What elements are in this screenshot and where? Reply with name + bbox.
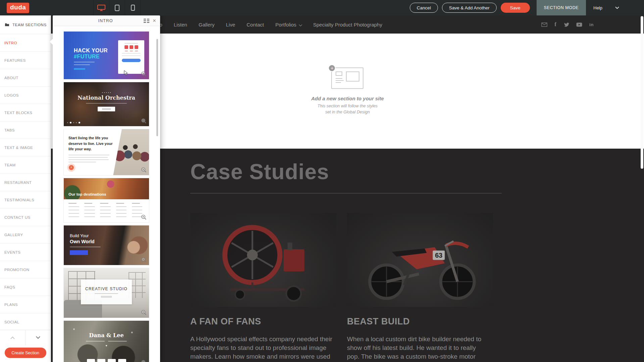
site-nav-links: io Listen Gallery Live Contact Portfolio…: [158, 22, 382, 28]
tablet-preview-button[interactable]: [109, 0, 125, 15]
sidebar-item-label: CONTACT US: [4, 215, 31, 219]
sidebar-item-label: TABS: [4, 128, 15, 132]
panel-scrollbar[interactable]: [156, 39, 158, 136]
sidebar-item[interactable]: TABS: [0, 121, 51, 139]
sidebar-item-label: TEXT & IMAGE: [4, 146, 33, 150]
cancel-button[interactable]: Cancel: [410, 3, 438, 13]
sidebar-item-label: GALLERY: [4, 233, 23, 237]
zoom-icon[interactable]: [141, 167, 147, 173]
section-template-hack-your-future[interactable]: HACK YOUR #FUTURE: [64, 32, 149, 79]
save-button[interactable]: Save: [501, 3, 530, 13]
zoom-icon[interactable]: [141, 257, 147, 263]
facebook-icon[interactable]: f: [554, 21, 556, 28]
section-template-creative-studio[interactable]: CREATIVE STUDIO: [64, 268, 149, 318]
zoom-icon[interactable]: [141, 360, 147, 362]
add-section-icon: +: [331, 67, 363, 89]
section-template-list: HACK YOUR #FUTURE Na: [53, 26, 160, 362]
tablet-icon: [115, 5, 119, 11]
case-study-text: A Hollywood special effects company need…: [190, 335, 333, 362]
site-nav-link[interactable]: Portfolios: [275, 22, 302, 28]
arrow-button-icon: +: [69, 165, 74, 170]
desktop-icon: [97, 4, 106, 11]
linkedin-icon[interactable]: in: [589, 22, 594, 27]
sections-sidebar: TEAM SECTIONS INTRO FEATURES ABOUT LOGOS…: [0, 15, 51, 362]
sidebar-item[interactable]: FAQS: [0, 278, 51, 296]
sidebar-item[interactable]: RESTAURANT: [0, 174, 51, 191]
case-study-text: When a local custom dirt bike builder ne…: [347, 335, 490, 362]
case-study-image-fan: [190, 213, 336, 307]
mobile-preview-button[interactable]: [125, 0, 141, 15]
desktop-preview-button[interactable]: [93, 0, 109, 15]
zoom-icon[interactable]: [141, 71, 147, 77]
site-nav-link[interactable]: Contact: [247, 22, 264, 28]
save-add-another-button[interactable]: Save & Add Another: [442, 3, 497, 13]
template-hero-text: National Orchestra: [64, 82, 149, 126]
sidebar-item[interactable]: LOGOS: [0, 87, 51, 104]
divider: [190, 193, 502, 194]
device-preview-switcher: [93, 0, 141, 15]
zoom-icon[interactable]: [141, 214, 147, 220]
site-nav-link[interactable]: Listen: [174, 22, 187, 28]
sidebar-item-label: TEXT BLOCKS: [4, 111, 32, 115]
youtube-icon[interactable]: [576, 22, 582, 27]
help-menu[interactable]: Help: [593, 5, 602, 10]
sidebar-item-label: PLANS: [4, 303, 18, 307]
case-studies-title: Case Studies: [190, 159, 644, 184]
site-nav-link[interactable]: Gallery: [199, 22, 215, 28]
sidebar-item[interactable]: TESTIMONIALS: [0, 191, 51, 209]
sidebar-item-label: PROMOTION: [4, 268, 30, 272]
sidebar-item[interactable]: TEXT & IMAGE: [0, 139, 51, 156]
zoom-icon[interactable]: [141, 118, 147, 124]
sidebar-item[interactable]: EVENTS: [0, 244, 51, 261]
sidebar-item[interactable]: SOCIAL: [0, 313, 51, 330]
sidebar-item[interactable]: ABOUT: [0, 69, 51, 87]
section-mode-badge: SECTION MODE: [537, 0, 586, 15]
countdown-form-card: [118, 40, 144, 74]
template-hero-text: HACK YOUR #FUTURE: [74, 48, 108, 70]
sidebar-header-label: TEAM SECTIONS: [12, 23, 47, 27]
section-template-top-destinations[interactable]: Our top destinations: [64, 178, 149, 222]
sidebar-item[interactable]: GALLERY: [0, 226, 51, 244]
mobile-icon: [131, 5, 135, 11]
street-photo: Our top destinations: [64, 178, 149, 199]
section-template-start-living[interactable]: Start living the life you deserve to liv…: [64, 129, 149, 175]
intro-sections-panel: INTRO × HACK YOUR #FUTURE: [53, 15, 160, 362]
sidebar-item[interactable]: FEATURES: [0, 52, 51, 69]
scroll-down-button[interactable]: [25, 330, 51, 345]
case-study-heading: BEAST BUILD: [347, 316, 493, 327]
cursor-icon: [123, 70, 128, 76]
list-view-icon[interactable]: [144, 19, 149, 23]
sidebar-footer: Create Section: [0, 330, 51, 362]
scrollbar-thumb[interactable]: [641, 16, 643, 169]
section-template-build-your-own-world[interactable]: Build Your Own World: [64, 225, 149, 265]
sidebar-item[interactable]: PROMOTION: [0, 261, 51, 278]
zoom-icon[interactable]: [141, 310, 147, 315]
sidebar-item[interactable]: TEAM: [0, 156, 51, 174]
add-section-placeholder[interactable]: + Add a new section to your site This se…: [311, 67, 384, 115]
add-section-subtitle-line2: set in the Global Design: [325, 110, 370, 115]
add-section-subtitle-line1: This section will follow the styles: [317, 104, 378, 109]
sidebar-item[interactable]: TEXT BLOCKS: [0, 104, 51, 121]
close-icon[interactable]: ×: [153, 18, 156, 23]
chevron-down-icon: [36, 334, 40, 339]
duda-logo[interactable]: duda: [7, 3, 29, 13]
email-icon[interactable]: [541, 22, 547, 27]
case-study-card-bike: 63 BEAST BUILD When a local custom dirt …: [347, 213, 493, 362]
site-nav-link[interactable]: Specialty Product Photography: [313, 22, 382, 28]
twitter-icon[interactable]: [563, 22, 569, 27]
create-section-button[interactable]: Create Section: [5, 348, 46, 358]
sidebar-item[interactable]: PLANS: [0, 296, 51, 313]
section-template-national-orchestra[interactable]: National Orchestra: [64, 82, 149, 126]
template-heading: Start living the life you deserve to liv…: [68, 135, 113, 152]
page-scrollbar[interactable]: [641, 16, 643, 361]
plus-icon: +: [328, 64, 336, 72]
template-hero-text: Dana & Lee ♥: [64, 321, 149, 362]
site-nav-link[interactable]: Live: [226, 22, 235, 28]
dirt-bike-art: 63: [347, 213, 493, 307]
scroll-up-button[interactable]: [0, 330, 25, 345]
sidebar-item[interactable]: CONTACT US: [0, 209, 51, 226]
section-template-dana-and-lee[interactable]: Dana & Lee ♥: [64, 321, 149, 362]
chevron-down-icon[interactable]: [615, 6, 619, 9]
panel-title: INTRO: [53, 18, 144, 23]
sidebar-item[interactable]: INTRO: [0, 34, 51, 52]
